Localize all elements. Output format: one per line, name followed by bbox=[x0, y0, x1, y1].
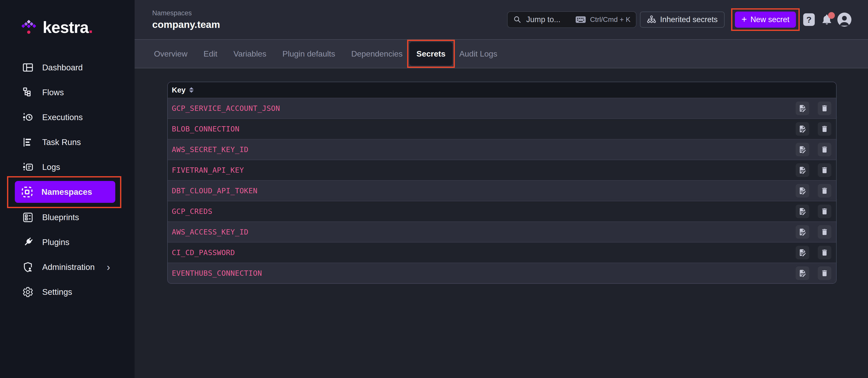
chevron-right-icon: › bbox=[107, 262, 110, 272]
annotation-namespaces: Namespaces bbox=[7, 176, 121, 208]
secret-key: BLOB_CONNECTION bbox=[172, 125, 239, 133]
tab-secrets[interactable]: Secrets bbox=[409, 42, 453, 66]
logs-icon bbox=[22, 162, 34, 173]
sidebar-item-flows[interactable]: Flows bbox=[0, 82, 135, 103]
tab-dependencies[interactable]: Dependencies bbox=[351, 49, 403, 59]
search-icon bbox=[513, 15, 522, 24]
secrets-table: Key GCP_SERVICE_ACCOUNT_JSON BLOB_CONNEC… bbox=[167, 82, 837, 284]
annotation-new-secret: + New secret bbox=[731, 8, 800, 31]
edit-secret-button[interactable] bbox=[796, 143, 809, 156]
secret-key: CI_CD_PASSWORD bbox=[172, 248, 235, 257]
row-actions bbox=[796, 184, 831, 198]
delete-secret-button[interactable] bbox=[818, 101, 831, 115]
secret-key: GCP_SERVICE_ACCOUNT_JSON bbox=[172, 104, 280, 113]
search-shortcut: Ctrl/Cmd + K bbox=[590, 16, 630, 24]
sidebar-item-executions[interactable]: Executions bbox=[0, 107, 135, 128]
secret-key: FIVETRAN_API_KEY bbox=[172, 166, 244, 174]
secrets-table-body: GCP_SERVICE_ACCOUNT_JSON BLOB_CONNECTION bbox=[168, 98, 836, 283]
secret-key: DBT_CLOUD_API_TOKEN bbox=[172, 186, 257, 195]
file-edit-icon bbox=[799, 166, 806, 174]
tab-overview[interactable]: Overview bbox=[154, 49, 187, 59]
sidebar-item-namespaces[interactable]: Namespaces bbox=[15, 181, 115, 203]
sidebar-item-administration[interactable]: Administration › bbox=[0, 256, 135, 278]
main-area: Namespaces company.team Jump to... bbox=[135, 0, 868, 378]
table-row: DBT_CLOUD_API_TOKEN bbox=[168, 180, 836, 201]
tab-plugin-defaults[interactable]: Plugin defaults bbox=[283, 49, 335, 59]
inherited-secrets-button[interactable]: Inherited secrets bbox=[640, 11, 724, 28]
namespace-tabs: Overview Edit Variables Plugin defaults … bbox=[135, 39, 868, 68]
edit-secret-button[interactable] bbox=[796, 246, 809, 259]
table-row: EVENTHUBS_CONNECTION bbox=[168, 263, 836, 283]
edit-secret-button[interactable] bbox=[796, 163, 809, 177]
edit-secret-button[interactable] bbox=[796, 122, 809, 136]
edit-secret-button[interactable] bbox=[796, 205, 809, 218]
row-actions bbox=[796, 163, 831, 177]
table-row: FIVETRAN_API_KEY bbox=[168, 159, 836, 180]
sort-icon bbox=[189, 87, 194, 93]
delete-secret-button[interactable] bbox=[818, 266, 831, 280]
tab-variables[interactable]: Variables bbox=[234, 49, 267, 59]
sidebar-item-settings[interactable]: Settings bbox=[0, 281, 135, 302]
edit-secret-button[interactable] bbox=[796, 101, 809, 115]
trash-icon bbox=[820, 269, 829, 277]
sidebar: kestra. Dashboard Flows bbox=[0, 0, 135, 378]
flows-icon bbox=[22, 87, 34, 98]
edit-secret-button[interactable] bbox=[796, 184, 809, 198]
trash-icon bbox=[820, 228, 829, 236]
delete-secret-button[interactable] bbox=[818, 205, 831, 218]
delete-secret-button[interactable] bbox=[818, 163, 831, 177]
account-circle-icon bbox=[837, 12, 851, 27]
key-column-header: Key bbox=[172, 86, 186, 94]
settings-gear-icon bbox=[22, 286, 34, 298]
secret-key: AWS_SECRET_KEY_ID bbox=[172, 145, 248, 154]
delete-secret-button[interactable] bbox=[818, 225, 831, 239]
trash-icon bbox=[820, 125, 829, 133]
tab-edit[interactable]: Edit bbox=[204, 49, 217, 59]
user-avatar[interactable] bbox=[837, 12, 851, 27]
search-placeholder: Jump to... bbox=[526, 15, 560, 24]
breadcrumb[interactable]: Namespaces bbox=[152, 9, 220, 17]
keyboard-icon bbox=[576, 16, 586, 23]
secret-key: AWS_ACCESS_KEY_ID bbox=[172, 228, 248, 236]
kestra-logo-icon bbox=[21, 19, 36, 36]
secret-key: EVENTHUBS_CONNECTION bbox=[172, 269, 262, 278]
notification-dot bbox=[828, 12, 835, 19]
edit-secret-button[interactable] bbox=[796, 266, 809, 280]
file-edit-icon bbox=[799, 146, 806, 153]
file-edit-icon bbox=[799, 207, 806, 215]
kestra-logo[interactable]: kestra. bbox=[0, 0, 135, 37]
delete-secret-button[interactable] bbox=[818, 246, 831, 259]
tab-audit-logs[interactable]: Audit Logs bbox=[459, 49, 497, 59]
notifications-button[interactable] bbox=[820, 13, 833, 26]
file-edit-icon bbox=[799, 187, 806, 195]
new-secret-button[interactable]: + New secret bbox=[735, 11, 796, 28]
sitemap-icon bbox=[647, 15, 656, 24]
delete-secret-button[interactable] bbox=[818, 184, 831, 198]
delete-secret-button[interactable] bbox=[818, 122, 831, 136]
kestra-logo-text: kestra. bbox=[43, 18, 93, 37]
sidebar-item-blueprints[interactable]: Blueprints bbox=[0, 207, 135, 228]
file-edit-icon bbox=[799, 228, 806, 236]
content-area: Key GCP_SERVICE_ACCOUNT_JSON BLOB_CONNEC… bbox=[135, 68, 868, 378]
plugins-icon bbox=[22, 236, 34, 248]
sidebar-item-task-runs[interactable]: Task Runs bbox=[0, 132, 135, 153]
row-actions bbox=[796, 143, 831, 156]
row-actions bbox=[796, 122, 831, 136]
secrets-table-header[interactable]: Key bbox=[168, 82, 836, 98]
trash-icon bbox=[820, 146, 829, 153]
sidebar-nav: Dashboard Flows bbox=[0, 57, 135, 302]
table-row: CI_CD_PASSWORD bbox=[168, 242, 836, 263]
jump-to-search-input[interactable]: Jump to... Ctrl/Cmd + K bbox=[507, 11, 637, 28]
task-runs-icon bbox=[22, 137, 34, 148]
row-actions bbox=[796, 246, 831, 259]
file-edit-icon bbox=[799, 104, 806, 112]
help-button[interactable]: ? bbox=[803, 13, 815, 26]
sidebar-item-plugins[interactable]: Plugins bbox=[0, 231, 135, 253]
page-title: company.team bbox=[152, 19, 220, 30]
sidebar-item-logs[interactable]: Logs bbox=[0, 156, 135, 178]
edit-secret-button[interactable] bbox=[796, 225, 809, 239]
sidebar-item-dashboard[interactable]: Dashboard bbox=[0, 57, 135, 78]
plus-icon: + bbox=[741, 14, 747, 24]
table-row: AWS_ACCESS_KEY_ID bbox=[168, 222, 836, 242]
delete-secret-button[interactable] bbox=[818, 143, 831, 156]
